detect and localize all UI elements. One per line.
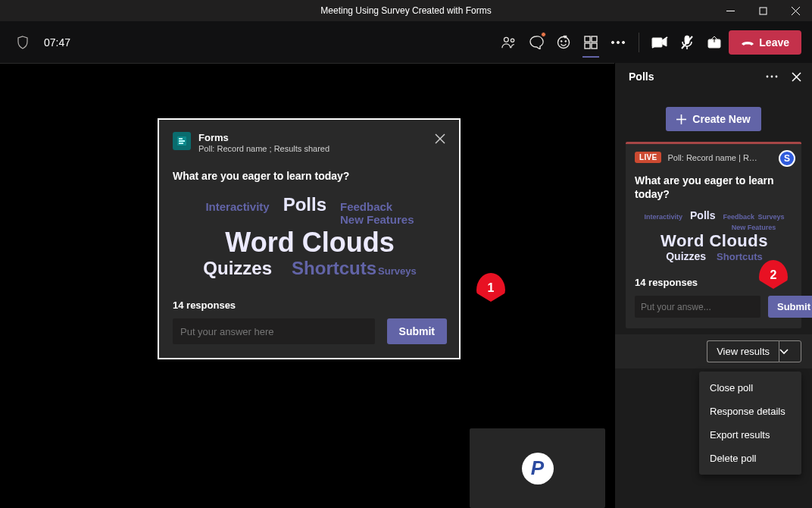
submit-button[interactable]: Submit [387, 318, 447, 344]
svg-point-14 [617, 41, 620, 43]
svg-point-8 [565, 40, 567, 42]
svg-point-27 [767, 76, 769, 78]
svg-rect-9 [585, 36, 590, 42]
live-badge: LIVE [635, 152, 661, 163]
camera-button[interactable] [647, 28, 673, 57]
share-button[interactable] [701, 28, 727, 57]
panel-more-button[interactable] [766, 72, 778, 82]
wc-word-quizzes: Quizzes [666, 250, 706, 262]
apps-button[interactable] [578, 28, 604, 57]
plus-icon [676, 114, 686, 124]
wc-word-polls: Polls [690, 209, 715, 221]
wc-word-feedback: Feedback [723, 213, 754, 221]
shield-icon [17, 36, 29, 49]
response-count: 14 responses [173, 299, 447, 311]
wc-word-shortcuts: Shortcuts [292, 258, 376, 279]
menu-export-results[interactable]: Export results [699, 423, 801, 447]
wc-word-new-features: New Features [340, 213, 414, 226]
menu-response-details[interactable]: Response details [699, 400, 801, 423]
wc-word-quizzes: Quizzes [203, 258, 272, 279]
window-minimize-button[interactable] [714, 0, 747, 21]
svg-point-13 [612, 41, 614, 43]
wc-word-surveys: Surveys [378, 266, 417, 278]
wc-word-surveys: Surveys [757, 213, 784, 221]
window-maximize-button[interactable] [747, 0, 779, 21]
create-new-button[interactable]: Create New [666, 107, 760, 131]
answer-input[interactable] [635, 296, 760, 318]
more-button[interactable] [605, 28, 631, 57]
submit-button[interactable]: Submit [768, 296, 812, 318]
menu-close-poll[interactable]: Close poll [699, 376, 801, 400]
wc-word-word-clouds: Word Clouds [225, 227, 394, 258]
window-title-bar: Meeting Using Survey Created with Forms [0, 0, 812, 21]
forms-poll-subtitle: Poll: Record name ; Results shared [198, 144, 329, 153]
svg-rect-10 [592, 36, 597, 42]
meeting-stage: Forms Poll: Record name ; Results shared… [0, 63, 614, 508]
participant-avatar: P [522, 453, 554, 484]
svg-point-28 [771, 76, 773, 78]
svg-point-29 [776, 76, 778, 78]
view-results-button[interactable]: View results [707, 340, 779, 362]
annotation-pin-2: 2 [759, 260, 788, 293]
svg-rect-1 [760, 8, 767, 14]
poll-card: LIVE Poll: Record name | Results s... S … [626, 142, 801, 328]
svg-point-5 [511, 39, 514, 42]
word-cloud: Interactivity Polls Feedback New Feature… [173, 194, 447, 278]
chevron-down-icon [779, 349, 789, 355]
wc-word-feedback: Feedback [340, 200, 392, 213]
svg-rect-22 [179, 138, 183, 140]
svg-point-15 [623, 41, 625, 43]
wc-word-interactivity: Interactivity [205, 200, 269, 213]
window-title: Meeting Using Survey Created with Forms [320, 5, 491, 16]
word-cloud: Interactivity Polls Feedback Surveys New… [635, 209, 794, 263]
svg-point-4 [504, 37, 509, 42]
poll-actions-bar: View results [615, 334, 812, 368]
wc-word-interactivity: Interactivity [644, 213, 682, 221]
create-new-label: Create New [692, 113, 750, 125]
wc-word-shortcuts: Shortcuts [717, 252, 763, 263]
wc-word-polls: Polls [283, 194, 326, 215]
poll-actions-menu: Close poll Response details Export resul… [699, 372, 801, 475]
view-results-dropdown[interactable] [779, 340, 801, 362]
forms-app-name: Forms [198, 132, 329, 143]
svg-rect-11 [585, 43, 590, 49]
svg-rect-24 [179, 143, 183, 144]
forms-app-icon [173, 132, 191, 150]
meeting-toolbar: 07:47 Leave [0, 21, 812, 63]
reactions-button[interactable] [551, 28, 576, 57]
forms-poll-card: Forms Poll: Record name ; Results shared… [158, 118, 461, 359]
window-close-button[interactable] [779, 0, 812, 21]
chat-notification-dot [541, 32, 546, 37]
annotation-pin-1: 1 [476, 273, 505, 306]
panel-close-button[interactable] [792, 72, 801, 82]
svg-point-7 [561, 40, 563, 42]
meeting-timer: 07:47 [44, 36, 70, 49]
poll-question: What are you eager to learn today? [173, 170, 447, 182]
svg-rect-23 [179, 140, 185, 142]
polls-panel: Polls Create New [614, 63, 812, 508]
close-icon[interactable] [435, 133, 445, 144]
panel-title: Polls [629, 71, 654, 83]
people-button[interactable] [496, 28, 522, 57]
leave-label: Leave [759, 36, 789, 49]
hangup-icon [741, 39, 754, 46]
wc-word-word-clouds: Word Clouds [661, 231, 768, 250]
svg-rect-12 [592, 43, 597, 49]
mic-button[interactable] [674, 28, 700, 57]
author-avatar: S [779, 150, 795, 167]
chat-button[interactable] [523, 28, 549, 57]
toolbar-divider [639, 33, 639, 52]
participant-tile[interactable]: P [470, 428, 605, 508]
answer-input[interactable] [173, 318, 375, 344]
leave-button[interactable]: Leave [729, 30, 801, 55]
poll-question: What are you eager to learn today? [635, 174, 794, 201]
menu-delete-poll[interactable]: Delete poll [699, 447, 801, 470]
svg-point-6 [558, 36, 570, 48]
wc-word-new-features: New Features [723, 224, 784, 231]
poll-subtitle: Poll: Record name | Results s... [667, 153, 758, 162]
